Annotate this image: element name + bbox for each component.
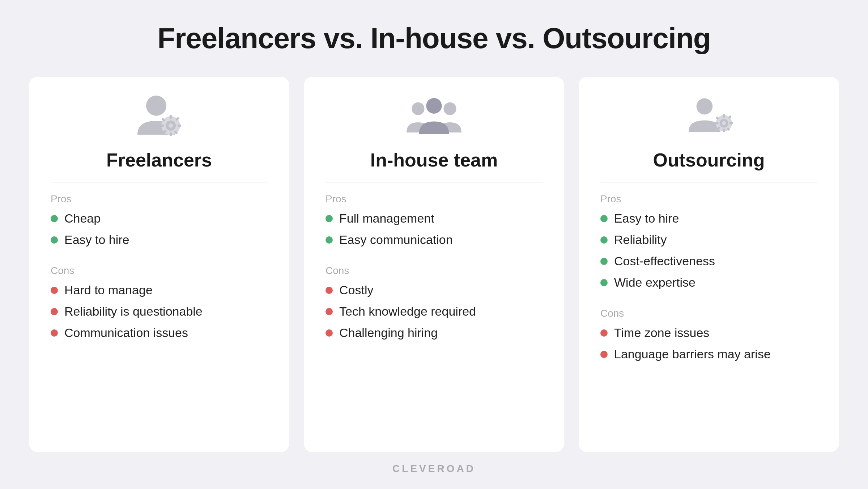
inhouse-title: In-house team [370, 149, 498, 171]
freelancers-con-1: Hard to manage [64, 283, 153, 297]
freelancers-divider [51, 182, 268, 182]
svg-point-18 [722, 121, 726, 125]
inhouse-pros-label: Pros [326, 193, 542, 205]
outsourcing-con-1: Time zone issues [614, 326, 709, 340]
outsourcing-pro-3: Cost-effectiveness [614, 254, 715, 268]
outsourcing-pros-label: Pros [600, 193, 817, 205]
green-bullet [51, 236, 58, 244]
outsourcing-title: Outsourcing [653, 149, 765, 171]
list-item: Communication issues [51, 326, 268, 340]
svg-point-3 [169, 123, 173, 128]
red-bullet [600, 329, 608, 337]
green-bullet [51, 215, 58, 222]
outsourcing-con-2: Language barriers may arise [614, 347, 771, 361]
red-bullet [326, 329, 333, 337]
green-bullet [600, 279, 608, 286]
footer-brand: CLEVEROAD [392, 463, 476, 475]
card-inhouse: In-house team Pros Full management Easy … [304, 77, 564, 452]
list-item: Easy to hire [600, 211, 817, 225]
inhouse-cons-label: Cons [326, 265, 542, 277]
inhouse-icon [405, 95, 463, 138]
freelancers-content: Pros Cheap Easy to hire Cons Hard to man… [51, 193, 268, 347]
svg-rect-19 [723, 114, 725, 118]
list-item: Reliability is questionable [51, 304, 268, 319]
list-item: Challenging hiring [326, 326, 542, 340]
list-item: Reliability [600, 233, 817, 247]
freelancers-title: Freelancers [106, 149, 212, 171]
outsourcing-pro-4: Wide expertise [614, 275, 695, 290]
freelancers-pros-label: Pros [51, 193, 268, 205]
inhouse-divider [326, 182, 542, 182]
list-item: Easy communication [326, 233, 542, 247]
inhouse-content: Pros Full management Easy communication … [326, 193, 542, 347]
svg-point-15 [697, 98, 713, 115]
inhouse-pro-2: Easy communication [339, 233, 453, 247]
freelancers-cons-label: Cons [51, 265, 268, 277]
list-item: Full management [326, 211, 542, 225]
list-item: Language barriers may arise [600, 347, 817, 361]
freelancers-pro-2: Easy to hire [64, 233, 129, 247]
list-item: Time zone issues [600, 326, 817, 340]
red-bullet [600, 351, 608, 358]
outsourcing-cons-label: Cons [600, 308, 817, 319]
green-bullet [600, 215, 608, 222]
inhouse-pro-1: Full management [339, 211, 434, 225]
svg-point-14 [426, 98, 442, 114]
svg-rect-7 [178, 125, 181, 127]
red-bullet [326, 287, 333, 294]
cards-container: Freelancers Pros Cheap Easy to hire Cons… [29, 77, 839, 452]
card-outsourcing: Outsourcing Pros Easy to hire Reliabilit… [579, 77, 839, 452]
green-bullet [326, 236, 333, 244]
red-bullet [51, 308, 58, 315]
list-item: Wide expertise [600, 275, 817, 290]
red-bullet [326, 308, 333, 315]
svg-rect-22 [729, 122, 733, 124]
green-bullet [326, 215, 333, 222]
outsourcing-divider [600, 182, 817, 182]
list-item: Cheap [51, 211, 268, 225]
green-bullet [600, 258, 608, 265]
svg-point-0 [146, 96, 166, 116]
freelancers-con-3: Communication issues [64, 326, 188, 340]
svg-rect-21 [715, 122, 719, 124]
page-title: Freelancers vs. In-house vs. Outsourcing [157, 22, 710, 55]
green-bullet [600, 236, 608, 244]
svg-rect-20 [723, 129, 725, 132]
inhouse-con-2: Tech knowledge required [339, 304, 476, 319]
inhouse-con-3: Challenging hiring [339, 326, 438, 340]
freelancers-pro-1: Cheap [64, 211, 101, 225]
outsourcing-content: Pros Easy to hire Reliability Cost-effec… [600, 193, 817, 368]
svg-rect-4 [170, 115, 172, 119]
svg-point-12 [412, 102, 424, 115]
list-item: Cost-effectiveness [600, 254, 817, 268]
svg-rect-6 [160, 125, 164, 127]
list-item: Hard to manage [51, 283, 268, 297]
freelancer-icon [130, 95, 188, 138]
card-freelancers: Freelancers Pros Cheap Easy to hire Cons… [29, 77, 289, 452]
outsourcing-pro-2: Reliability [614, 233, 667, 247]
red-bullet [51, 329, 58, 337]
list-item: Easy to hire [51, 233, 268, 247]
outsourcing-icon [680, 95, 738, 138]
list-item: Tech knowledge required [326, 304, 542, 319]
freelancers-con-2: Reliability is questionable [64, 304, 203, 319]
outsourcing-pro-1: Easy to hire [614, 211, 679, 225]
svg-point-13 [443, 102, 456, 115]
list-item: Costly [326, 283, 542, 297]
red-bullet [51, 287, 58, 294]
inhouse-con-1: Costly [339, 283, 373, 297]
svg-rect-5 [170, 132, 172, 136]
